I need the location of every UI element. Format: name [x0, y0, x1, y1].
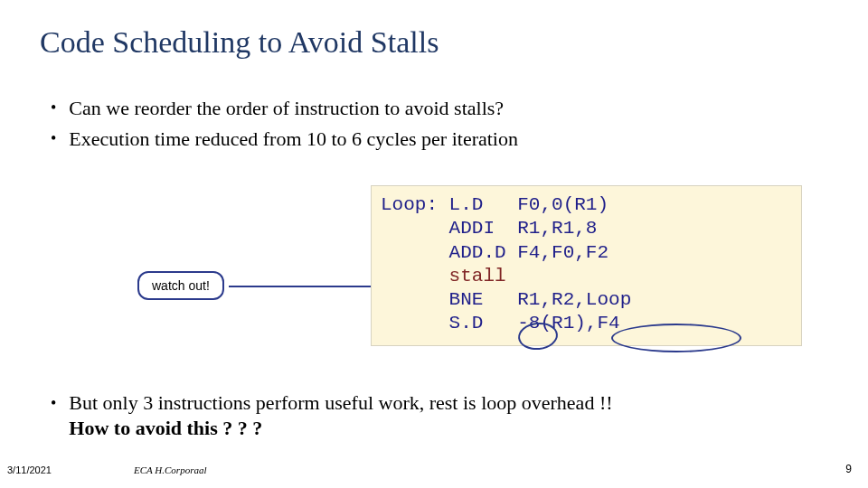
footer-date: 3/11/2021	[7, 465, 52, 475]
code-line-stall: stall	[381, 266, 506, 286]
bullet-3-bold: How to avoid this ? ? ?	[69, 417, 262, 439]
bullet-dot: •	[51, 95, 56, 120]
code-line-6: S.D -8(R1),F4	[381, 313, 620, 333]
bullet-1-text: Can we reorder the order of instruction …	[69, 95, 504, 122]
code-line-1: Loop: L.D F0,0(R1)	[381, 194, 609, 215]
code-block: Loop: L.D F0,0(R1) ADDI R1,R1,8 ADD.D F4…	[371, 185, 802, 346]
footer-author: ECA H.Corporaal	[134, 465, 206, 475]
code-line-5: BNE R1,R2,Loop	[381, 289, 631, 310]
top-bullets: • Can we reorder the order of instructio…	[51, 95, 518, 155]
code-line-3: ADD.D F4,F0,F2	[381, 242, 609, 263]
bullet-dot: •	[51, 126, 56, 151]
slide-title: Code Scheduling to Avoid Stalls	[40, 25, 439, 60]
bullet-2-text: Execution time reduced from 10 to 6 cycl…	[69, 126, 518, 153]
annotation-connector-line	[229, 286, 371, 287]
annotation-circle-large	[611, 324, 741, 352]
watch-out-callout: watch out!	[137, 271, 224, 300]
code-line-2: ADDI R1,R1,8	[381, 218, 597, 239]
bullet-3-text: But only 3 instructions perform useful w…	[69, 391, 612, 414]
bullet-dot: •	[51, 390, 56, 416]
bottom-bullets: • But only 3 instructions perform useful…	[51, 390, 613, 440]
footer-page-number: 9	[845, 463, 852, 475]
